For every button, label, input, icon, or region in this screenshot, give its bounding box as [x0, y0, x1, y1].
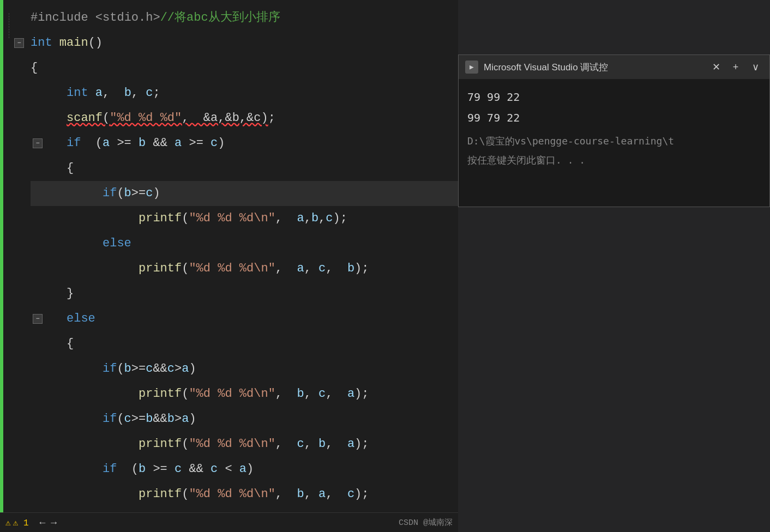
code-line-open-brace-if1: {	[31, 156, 458, 181]
kw-int: int	[31, 31, 59, 56]
terminal-titlebar: ▶ Microsoft Visual Studio 调试控 ✕ + ∨	[459, 55, 769, 79]
code-line-printf-abc: printf(″%d %d %d\n″, a,b,c);	[31, 206, 458, 231]
code-line-else-main: − else	[31, 306, 458, 331]
code-line-open-brace-main: {	[31, 56, 458, 81]
terminal-window: ▶ Microsoft Visual Studio 调试控 ✕ + ∨ 79 9…	[458, 55, 770, 207]
code-line-printf-cba: printf(″%d %d %d\n″, c, b, a);	[31, 432, 458, 457]
warning-count: ⚠ 1	[13, 517, 29, 528]
nav-forward-button[interactable]: →	[51, 517, 57, 528]
nav-arrows[interactable]: ← →	[39, 517, 57, 528]
code-line-main: − int main()	[31, 31, 458, 56]
code-comment: //将abc从大到小排序	[160, 5, 280, 31]
code-line-if1: − if (a >= b && a >= c)	[31, 131, 458, 156]
terminal-press-key: 按任意键关闭此窗口. . .	[467, 150, 761, 171]
code-line-printf-bac: printf(″%d %d %d\n″, b, a, c);	[31, 482, 458, 507]
code-line-if-cba: if(c>=b&&b>a)	[31, 407, 458, 432]
terminal-path: D:\霞宝的vs\pengge-course-learning\t	[467, 132, 761, 150]
editor-area: #include <stdio.h>//将abc从大到小排序 − int mai…	[0, 0, 458, 532]
code-line-scanf: scanf(″%d %d %d″, &a,&b,&c);	[31, 106, 458, 131]
terminal-title: Microsoft Visual Studio 调试控	[484, 61, 703, 74]
terminal-controls[interactable]: ✕ + ∨	[708, 59, 763, 75]
warning-icon: ⚠	[5, 517, 11, 528]
code-line-include: #include <stdio.h>//将abc从大到小排序	[31, 5, 458, 31]
nav-back-button[interactable]: ←	[39, 517, 45, 528]
code-content: #include <stdio.h>//将abc从大到小排序 − int mai…	[31, 0, 458, 532]
code-line-close-brace-if1: }	[31, 281, 458, 306]
gutter-green-line	[0, 0, 3, 532]
code-line-if-bc-ca: if (b >= c && c < a)	[31, 457, 458, 482]
collapse-else[interactable]: −	[33, 314, 43, 324]
terminal-chevron-button[interactable]: ∨	[748, 59, 763, 75]
code-line-else1: else	[31, 231, 458, 256]
terminal-output-line1: 79 99 22	[467, 87, 761, 107]
warning-indicator: ⚠ ⚠ 1	[5, 517, 28, 528]
terminal-content: 79 99 22 99 79 22 D:\霞宝的vs\pengge-course…	[459, 79, 769, 207]
collapse-main[interactable]: −	[14, 38, 24, 48]
code-line-if-bca: if(b>=c&&c>a)	[31, 356, 458, 382]
code-line-printf-acb: printf(″%d %d %d\n″, a, c, b);	[31, 256, 458, 281]
code-line-printf-bca: printf(″%d %d %d\n″, b, c, a);	[31, 382, 458, 407]
code-include: #include <stdio.h>	[31, 5, 160, 31]
terminal-app-icon: ▶	[465, 61, 478, 74]
terminal-add-button[interactable]: +	[728, 59, 743, 75]
terminal-output-line2: 99 79 22	[467, 107, 761, 128]
collapse-if1[interactable]: −	[33, 138, 43, 148]
status-bar: ⚠ ⚠ 1 ← → CSDN @城南深	[0, 512, 458, 532]
code-line-if-b-c: if(b>=c)	[31, 181, 458, 206]
terminal-close-button[interactable]: ✕	[708, 59, 724, 75]
fn-main: main	[59, 31, 88, 56]
attribution: CSDN @城南深	[399, 517, 453, 528]
code-line-declaration: int a, b, c;	[31, 81, 458, 106]
code-line-open-brace-else: {	[31, 331, 458, 356]
